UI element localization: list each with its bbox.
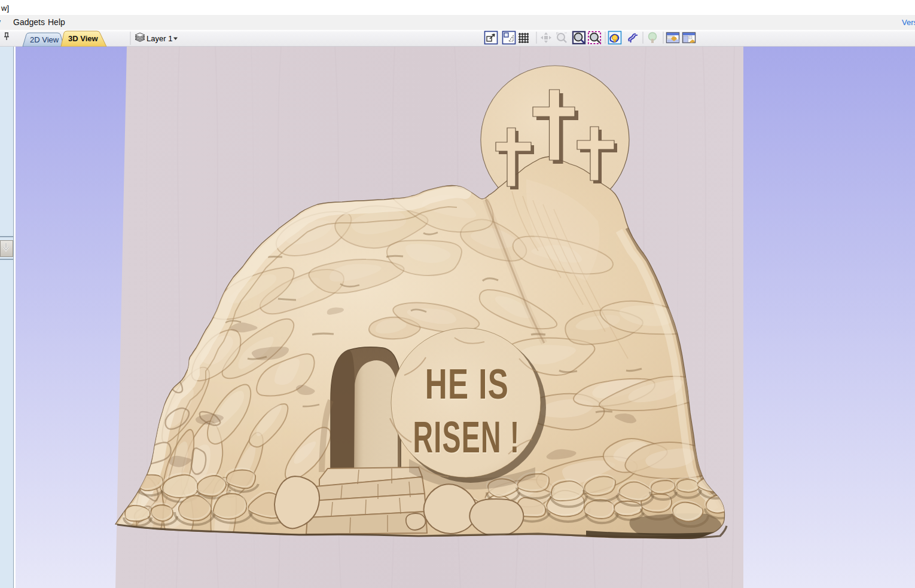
svg-text:2D View: 2D View: [30, 35, 59, 44]
svg-text:3D View: 3D View: [68, 34, 99, 43]
svg-text:Layer 1: Layer 1: [147, 34, 172, 43]
svg-text:RISEN !: RISEN !: [413, 412, 520, 462]
svg-text:HE IS: HE IS: [425, 361, 510, 408]
